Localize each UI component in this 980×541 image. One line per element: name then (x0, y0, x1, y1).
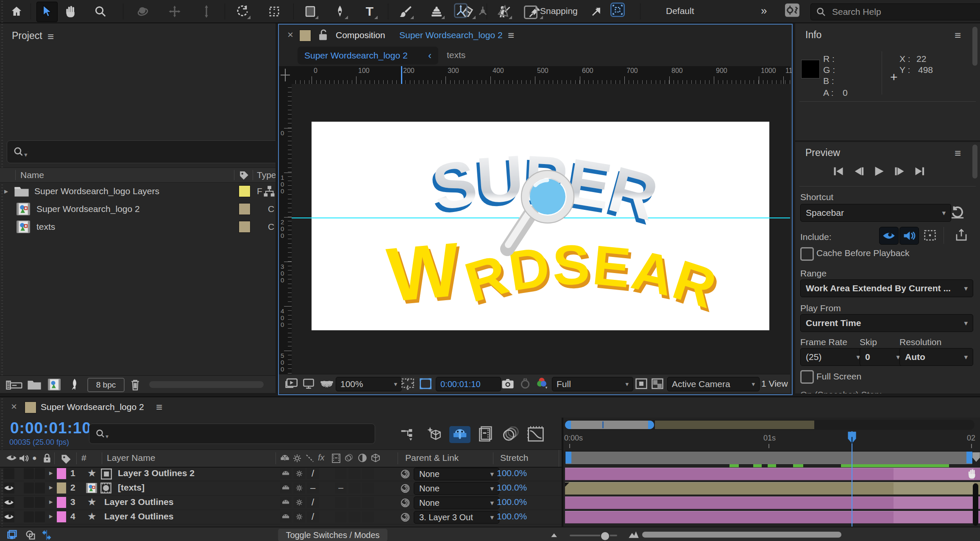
work-area-start-handle[interactable] (565, 452, 571, 463)
info-scrollbar[interactable] (972, 27, 977, 66)
comp-viewport[interactable]: SUPER SUPER W W RDSEARCH RDSEARCH (292, 84, 790, 374)
last-frame-button[interactable] (910, 164, 929, 178)
in-out-columns-icon[interactable] (41, 529, 53, 541)
expander-icon[interactable]: ▸ (4, 187, 8, 196)
stretch-value[interactable]: 100.0% (497, 497, 527, 507)
lock-toggle[interactable] (35, 468, 45, 479)
preview-panel-menu-icon[interactable]: ≡ (955, 148, 961, 159)
snap-arrow-icon[interactable] (588, 4, 603, 19)
timeline-menu-icon[interactable]: ≡ (156, 402, 162, 413)
playhead-handle[interactable] (847, 431, 857, 444)
timeline-track-area[interactable]: 0:00s 01s 02 (563, 418, 980, 527)
graph-editor-icon[interactable] (525, 425, 547, 443)
comp-panel-menu-icon[interactable]: ≡ (508, 30, 514, 41)
stereo-3d-glasses-icon[interactable] (320, 378, 334, 390)
cache-before-playback-checkbox[interactable] (800, 247, 814, 261)
snapshot-camera-icon[interactable] (501, 377, 515, 390)
layer-name[interactable]: Layer 4 Outlines (104, 511, 173, 521)
3d-toggle[interactable] (362, 468, 374, 479)
shy-toggle[interactable] (281, 499, 290, 505)
orbit-camera-tool-icon[interactable] (136, 4, 150, 19)
close-icon[interactable]: × (11, 401, 17, 413)
workspace-label[interactable]: Default (666, 6, 694, 16)
time-navigator-track[interactable] (565, 420, 974, 430)
layer-label-swatch[interactable] (57, 511, 66, 522)
preview-scrollbar[interactable] (972, 145, 977, 178)
video-toggle[interactable] (3, 497, 14, 508)
frame-blend-toggle[interactable]: – (335, 482, 347, 494)
always-preview-icon[interactable] (285, 378, 298, 390)
timeline-vscrollbar[interactable] (973, 483, 978, 526)
dolly-camera-tool-icon[interactable] (199, 4, 214, 19)
help-search-input[interactable]: Search Help (810, 3, 980, 20)
shy-layers-toggle-icon[interactable] (449, 426, 471, 443)
pan-camera-tool-icon[interactable] (167, 4, 182, 19)
shy-toggle[interactable] (281, 485, 290, 491)
panel-label[interactable]: Composition (336, 30, 385, 40)
rasterize-toggle[interactable] (293, 511, 305, 522)
project-panel-title[interactable]: Project (12, 30, 42, 42)
layer-name[interactable]: Layer 3 Outlines (104, 497, 173, 507)
motion-blur-toggle[interactable] (348, 511, 360, 522)
stretch-value[interactable]: 100.0% (497, 482, 527, 493)
pick-whip-icon[interactable] (400, 512, 410, 522)
solo-toggle[interactable] (24, 468, 34, 479)
quality-toggle[interactable]: / (307, 468, 319, 479)
draft-3d-icon[interactable] (424, 425, 444, 442)
solo-column-icon[interactable]: ● (32, 454, 37, 463)
layer-bar-4[interactable] (565, 511, 980, 524)
3d-toggle[interactable] (362, 497, 374, 508)
frame-blend-toggle[interactable] (335, 497, 347, 508)
parent-dropdown[interactable]: 3. Layer 3 Out ▾ (414, 511, 499, 524)
ruler-origin-box[interactable] (279, 66, 292, 84)
parent-dropdown[interactable]: None ▾ (414, 468, 499, 480)
comp-mini-flowchart-icon[interactable] (398, 427, 417, 442)
quality-toggle[interactable]: / (307, 511, 319, 522)
workspace-overflow-chevrons[interactable]: » (761, 4, 767, 17)
zoom-slider-knob[interactable] (600, 531, 610, 541)
time-ruler[interactable]: 0:00s 01s 02 (563, 431, 980, 449)
project-hscrollbar[interactable] (149, 381, 264, 388)
rasterize-column-icon[interactable] (292, 454, 302, 463)
parent-dropdown[interactable]: None ▾ (414, 482, 499, 495)
timeline-hscrollbar[interactable] (642, 532, 841, 538)
label-color-swatch[interactable] (239, 203, 251, 215)
layer-row-4[interactable]: ▸ 4 ★ Layer 4 Outlines / 3. Layer 3 Out … (0, 510, 562, 524)
expander-icon[interactable]: ▸ (49, 483, 53, 492)
solo-toggle[interactable] (24, 497, 34, 508)
type-tool-icon[interactable]: T (362, 4, 377, 19)
layer-bar-3[interactable] (565, 496, 980, 509)
expander-icon[interactable]: ▸ (49, 512, 53, 521)
comp-marker-bin-icon[interactable] (972, 452, 980, 463)
motion-blur-icon[interactable] (500, 426, 521, 443)
rotation-tool-icon[interactable] (235, 4, 250, 19)
play-offscreen-button[interactable] (953, 228, 970, 243)
motion-blur-toggle[interactable] (348, 482, 360, 494)
stretch-value[interactable]: 100.0% (497, 468, 527, 478)
solo-toggle[interactable] (24, 482, 34, 494)
label-color-column-icon[interactable] (239, 170, 250, 181)
motion-blur-toggle[interactable] (348, 468, 360, 479)
pick-whip-icon[interactable] (400, 483, 410, 494)
motion-blur-column-icon[interactable] (344, 453, 354, 463)
chevron-back-icon[interactable]: ‹ (428, 50, 432, 61)
hand-tool-icon[interactable] (64, 4, 78, 19)
first-frame-button[interactable] (829, 164, 848, 178)
frame-blend-toggle[interactable] (335, 511, 347, 522)
zoom-tool-icon[interactable] (93, 4, 108, 19)
frame-blend-column-icon[interactable] (331, 453, 341, 463)
adjustment-layer-column-icon[interactable] (358, 453, 367, 463)
layer-name[interactable]: Layer 3 Outlines 2 (118, 468, 195, 478)
expander-icon[interactable]: ▸ (49, 497, 53, 506)
previous-frame-button[interactable] (849, 164, 868, 178)
project-item-folder[interactable]: ▸ Super Wordsearch_logo Layers F (0, 182, 276, 200)
timeline-zoom-slider[interactable] (570, 535, 617, 536)
quality-column-icon[interactable] (305, 454, 315, 463)
3d-toggle[interactable] (362, 482, 374, 494)
show-snapshot-icon[interactable] (519, 377, 532, 390)
include-video-button[interactable] (879, 227, 899, 245)
info-panel-menu-icon[interactable]: ≡ (955, 30, 961, 41)
expander-icon[interactable]: ▸ (49, 468, 53, 477)
close-icon[interactable]: × (287, 29, 293, 41)
work-area-bar[interactable] (565, 451, 973, 465)
